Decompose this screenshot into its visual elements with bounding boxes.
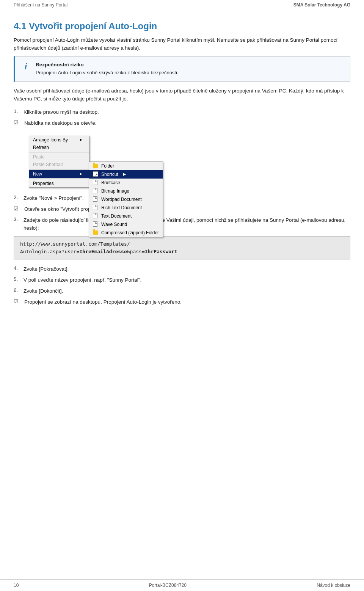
menu-item-refresh: Refresh xyxy=(29,144,89,151)
zip-folder-icon xyxy=(93,230,99,236)
submenu-item-rich-text: Rich Text Document xyxy=(89,204,163,212)
briefcase-icon xyxy=(93,180,99,186)
richtext-icon xyxy=(93,205,99,211)
step-4-text: Zvolte [Pokračovat]. xyxy=(24,265,69,273)
intro-paragraph: Pomocí propojení Auto-Login můžete vyvol… xyxy=(14,36,350,52)
step-6: 6. Zvolte [Dokončit]. xyxy=(14,287,350,295)
url-email: IhreEmailAdresse xyxy=(80,249,127,254)
url-mid: &pass= xyxy=(127,249,145,254)
info-text1: Propojení Auto-Login v sobě skrývá rizik… xyxy=(36,69,178,77)
section-title: 4.1 Vytvořit propojení Auto-Login xyxy=(14,21,350,32)
step-5-number: 5. xyxy=(14,276,20,282)
final-result-text: Propojení se zobrazí na desktopu. Propoj… xyxy=(24,298,182,306)
wave-icon xyxy=(93,221,99,227)
wordpad-icon xyxy=(93,196,99,202)
step-6-number: 6. xyxy=(14,287,20,293)
final-result: ☑ Propojení se zobrazí na desktopu. Prop… xyxy=(14,298,350,306)
cursor-icon: ▶ xyxy=(123,172,126,177)
page-header: Přihlášení na Sunny Portal SMA Solar Tec… xyxy=(0,0,364,10)
menu-item-arrange: Arrange Icons By ► xyxy=(29,136,89,144)
url-box: http://www.sunnyportal.com/Templates/ Au… xyxy=(14,236,350,260)
shortcut-icon xyxy=(93,171,99,177)
step-2-result: ☑ Otevře se okno "Vytvořit propojení". xyxy=(14,205,350,213)
footer-nav-label: Návod k obsluze xyxy=(317,583,350,588)
separator-1 xyxy=(29,152,89,152)
step-3-text: Zadejte do pole následující link a tučně… xyxy=(24,216,350,232)
main-content: 4.1 Vytvořit propojení Auto-Login Pomocí… xyxy=(0,10,364,332)
arrow-icon: ► xyxy=(79,138,83,142)
step-5-text: V poli uveďte název propojení, např. "Su… xyxy=(24,276,141,284)
checkmark-icon-1: ☑ xyxy=(14,119,21,125)
info-title: Bezpečnostní riziko xyxy=(36,62,178,67)
step-5: 5. V poli uveďte název propojení, např. … xyxy=(14,276,350,284)
submenu-item-shortcut[interactable]: Shortcut ▶ xyxy=(89,170,163,179)
info-icon: i xyxy=(21,62,30,77)
step-4: 4. Zvolte [Pokračovat]. xyxy=(14,265,350,273)
arrow-icon-new: ► xyxy=(79,172,83,176)
step-3-number: 3. xyxy=(14,216,20,222)
url-prefix: Autologin.aspx?user= xyxy=(20,249,80,254)
text-doc-icon xyxy=(93,213,99,219)
menu-item-paste-shortcut: Paste Shortcut xyxy=(29,161,89,168)
header-left: Přihlášení na Sunny Portal xyxy=(14,2,67,8)
submenu-item-briefcase: Briefcase xyxy=(89,179,163,187)
checkmark-icon-2: ☑ xyxy=(14,205,21,212)
separator-2 xyxy=(29,169,89,169)
url-line1: http://www.sunnyportal.com/Templates/ xyxy=(20,240,344,248)
menu-item-new[interactable]: New ► xyxy=(29,170,89,178)
separator-3 xyxy=(29,179,89,179)
company-name: SMA Solar Technology AG xyxy=(293,2,350,8)
submenu: Folder Shortcut ▶ Briefcase Bitmap Image xyxy=(89,161,163,237)
footer-doc-id: Portal-BCZ084720 xyxy=(149,583,187,588)
step-4-number: 4. xyxy=(14,265,20,271)
url-password: IhrPasswort xyxy=(145,249,177,254)
security-paragraph: Vaše osobní přihlašovací údaje (e-mailov… xyxy=(14,87,350,103)
submenu-item-wordpad: Wordpad Document xyxy=(89,195,163,204)
step-2-text: Zvolte "Nové > Propojení". xyxy=(24,194,84,202)
bitmap-icon xyxy=(93,188,99,194)
info-content: Bezpečnostní riziko Propojení Auto-Login… xyxy=(36,62,178,77)
info-box: i Bezpečnostní riziko Propojení Auto-Log… xyxy=(14,56,350,82)
submenu-item-zip: Compressed (zipped) Folder xyxy=(89,229,163,237)
step-3: 3. Zadejte do pole následující link a tu… xyxy=(14,216,350,232)
menu-item-paste: Paste xyxy=(29,153,89,161)
context-menu: Arrange Icons By ► Refresh Paste Paste S… xyxy=(29,136,89,188)
submenu-item-folder: Folder xyxy=(89,162,163,170)
checkmark-icon-final: ☑ xyxy=(14,298,21,304)
step-1-number: 1. xyxy=(14,108,20,114)
page-footer: 10 Portal-BCZ084720 Návod k obsluze xyxy=(0,579,364,591)
menu-item-properties: Properties xyxy=(29,180,89,187)
step-6-text: Zvolte [Dokončit]. xyxy=(24,287,63,295)
footer-page-number: 10 xyxy=(14,583,19,588)
step-1-result-text: Nabídka na desktopu se otevře. xyxy=(24,119,97,127)
context-menu-screenshot: Arrange Icons By ► Refresh Paste Paste S… xyxy=(29,136,89,188)
url-line2: Autologin.aspx?user=IhreEmailAdresse&pas… xyxy=(20,248,344,256)
step-2: 2. Zvolte "Nové > Propojení". xyxy=(14,194,350,202)
submenu-item-text: Text Document xyxy=(89,212,163,220)
step-1-text: Klikněte pravou myší na desktop. xyxy=(24,108,99,116)
step-2-number: 2. xyxy=(14,194,20,200)
step-1: 1. Klikněte pravou myší na desktop. xyxy=(14,108,350,116)
folder-icon-1 xyxy=(93,163,99,169)
context-menu-outer: Arrange Icons By ► Refresh Paste Paste S… xyxy=(29,136,89,188)
step-1-result: ☑ Nabídka na desktopu se otevře. xyxy=(14,119,350,127)
submenu-item-bitmap: Bitmap Image xyxy=(89,187,163,195)
submenu-item-wave: Wave Sound xyxy=(89,220,163,229)
